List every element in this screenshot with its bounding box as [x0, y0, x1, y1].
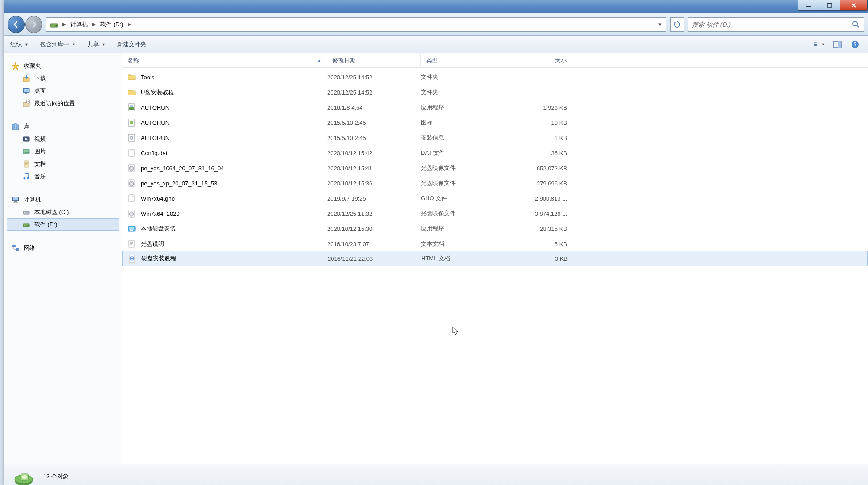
- svg-rect-38: [24, 225, 25, 226]
- status-bar: 13 个对象: [4, 464, 868, 485]
- file-type: HTML 文档: [421, 255, 515, 263]
- refresh-button[interactable]: [670, 17, 684, 32]
- svg-point-69: [22, 475, 27, 479]
- close-button[interactable]: [840, 0, 868, 11]
- svg-rect-44: [130, 105, 133, 107]
- titlebar[interactable]: [4, 0, 868, 13]
- favorites-label: 收藏夹: [24, 62, 41, 70]
- sidebar-item-label: 图片: [34, 148, 46, 156]
- sidebar-item-desktop[interactable]: 桌面: [7, 85, 119, 97]
- file-row[interactable]: AUTORUN2015/5/10 2:45图标10 KB: [122, 115, 868, 130]
- sidebar-item-drive-d[interactable]: 软件 (D:): [7, 218, 119, 231]
- maximize-button[interactable]: [819, 0, 840, 11]
- svg-point-47: [131, 122, 132, 123]
- chevron-right-icon[interactable]: ▶: [61, 21, 68, 27]
- file-date: 2020/12/25 11:32: [327, 210, 421, 217]
- preview-pane-button[interactable]: [831, 38, 843, 51]
- file-type: 应用程序: [421, 225, 514, 233]
- network-header[interactable]: 网络: [7, 242, 119, 254]
- column-headers: 名称 ▲ 修改日期 类型 大小: [122, 53, 868, 68]
- navigation-pane[interactable]: 收藏夹 下载 桌面 最近访问的位置 库: [4, 53, 122, 464]
- file-row[interactable]: Config.dat2020/10/12 15:42DAT 文件36 KB: [122, 145, 868, 160]
- drive-c-icon: [22, 208, 31, 217]
- back-button[interactable]: [8, 16, 25, 33]
- dat-icon: [127, 148, 136, 158]
- organize-label: 组织: [10, 41, 22, 49]
- svg-point-36: [28, 213, 29, 214]
- sidebar-item-downloads[interactable]: 下载: [7, 72, 119, 85]
- sidebar-item-recent[interactable]: 最近访问的位置: [7, 97, 119, 110]
- column-name[interactable]: 名称 ▲: [122, 53, 327, 67]
- svg-point-60: [131, 214, 132, 215]
- file-name-cell: pe_yqs_1064_20_07_31_16_04: [122, 163, 327, 173]
- file-date: 2020/10/12 15:36: [327, 180, 421, 187]
- file-size: 3 KB: [515, 255, 573, 262]
- minimize-button[interactable]: [798, 0, 819, 11]
- file-row[interactable]: 本地硬盘安装2020/10/12 15:30应用程序28,315 KB: [122, 221, 868, 236]
- file-row[interactable]: pe_yqs_1064_20_07_31_16_042020/10/12 15:…: [122, 160, 868, 176]
- file-type: 安装信息: [421, 134, 514, 142]
- help-button[interactable]: ?: [849, 38, 861, 51]
- file-name-cell: 硬盘安装教程: [123, 254, 328, 263]
- column-size[interactable]: 大小: [514, 53, 572, 67]
- column-type[interactable]: 类型: [421, 53, 514, 67]
- file-name: Win7x64_2020: [141, 210, 180, 217]
- breadcrumb-segment[interactable]: 计算机: [68, 18, 91, 31]
- file-date: 2020/12/25 14:52: [327, 74, 421, 81]
- file-date: 2020/10/12 15:30: [327, 226, 421, 232]
- file-row[interactable]: AUTORUN2016/1/8 4:54应用程序1,926 KB: [122, 100, 868, 115]
- new-folder-button[interactable]: 新建文件夹: [117, 41, 146, 49]
- search-box[interactable]: [688, 17, 864, 32]
- file-name-cell: AUTORUN: [122, 118, 327, 127]
- view-menu[interactable]: ▼: [813, 38, 826, 51]
- search-icon[interactable]: [852, 21, 860, 29]
- svg-rect-18: [25, 94, 28, 94]
- search-input[interactable]: [692, 21, 852, 28]
- organize-menu[interactable]: 组织 ▼: [10, 41, 29, 49]
- address-bar[interactable]: ▶ 计算机 ▶ 软件 (D:) ▶ ▾: [46, 17, 666, 32]
- breadcrumb-segment[interactable]: 软件 (D:): [98, 18, 126, 31]
- file-size: 279,696 KB: [514, 180, 572, 187]
- libraries-header[interactable]: 库: [7, 120, 119, 133]
- chevron-right-icon[interactable]: ▶: [126, 21, 133, 27]
- file-row[interactable]: pe_yqs_xp_20_07_31_15_532020/10/12 15:36…: [122, 176, 868, 191]
- share-menu[interactable]: 共享 ▼: [87, 41, 106, 49]
- gho-icon: [127, 193, 136, 203]
- file-rows[interactable]: Tools2020/12/25 14:52文件夹U盘安装教程2020/12/25…: [122, 68, 868, 464]
- file-date: 2016/1/8 4:54: [327, 104, 421, 111]
- svg-rect-16: [24, 89, 29, 92]
- forward-button[interactable]: [25, 16, 42, 33]
- chevron-right-icon[interactable]: ▶: [91, 21, 98, 27]
- file-row[interactable]: AUTORUN2015/5/10 2:45安装信息1 KB: [122, 130, 868, 145]
- iso-icon: [127, 209, 136, 218]
- file-row[interactable]: U盘安装教程2020/12/25 14:52文件夹: [122, 85, 868, 100]
- file-name: pe_yqs_1064_20_07_31_16_04: [141, 165, 224, 172]
- sidebar-item-drive-c[interactable]: 本地磁盘 (C:): [7, 206, 119, 218]
- computer-header[interactable]: 计算机: [7, 193, 119, 206]
- file-size: 10 KB: [514, 119, 572, 126]
- explorer-window: ▶ 计算机 ▶ 软件 (D:) ▶ ▾ 组织 ▼ 包含到库中 ▼ 共享 ▼: [4, 0, 868, 485]
- inf-icon: [127, 133, 136, 143]
- file-row[interactable]: 光盘说明2016/10/23 7:07文本文档5 KB: [122, 236, 868, 251]
- sidebar-item-documents[interactable]: 文档: [7, 158, 119, 170]
- favorites-header[interactable]: 收藏夹: [7, 60, 119, 72]
- file-row[interactable]: 硬盘安装教程2016/11/21 22:03HTML 文档3 KB: [122, 251, 868, 266]
- iso-icon: [127, 163, 136, 173]
- app-icon: [127, 224, 136, 234]
- file-row[interactable]: Win7x64.gho2019/9/7 19:25GHO 文件2,900,813…: [122, 191, 868, 206]
- column-date[interactable]: 修改日期: [327, 53, 421, 67]
- sidebar-item-music[interactable]: 音乐: [7, 170, 119, 183]
- file-type: DAT 文件: [421, 149, 514, 157]
- svg-rect-27: [24, 161, 29, 167]
- address-dropdown[interactable]: ▾: [654, 21, 665, 28]
- file-date: 2020/10/12 15:41: [327, 165, 421, 172]
- sidebar-item-pictures[interactable]: 图片: [7, 145, 119, 158]
- file-row[interactable]: Tools2020/12/25 14:52文件夹: [122, 70, 868, 85]
- file-name: pe_yqs_xp_20_07_31_15_53: [141, 180, 217, 187]
- file-size: 2,900,813 ...: [514, 195, 572, 202]
- sidebar-item-videos[interactable]: 视频: [7, 133, 119, 145]
- txt-icon: [127, 239, 136, 249]
- file-row[interactable]: Win7x64_20202020/12/25 11:32光盘映像文件3,874,…: [122, 206, 868, 221]
- include-menu[interactable]: 包含到库中 ▼: [40, 41, 76, 49]
- svg-rect-9: [814, 45, 817, 45]
